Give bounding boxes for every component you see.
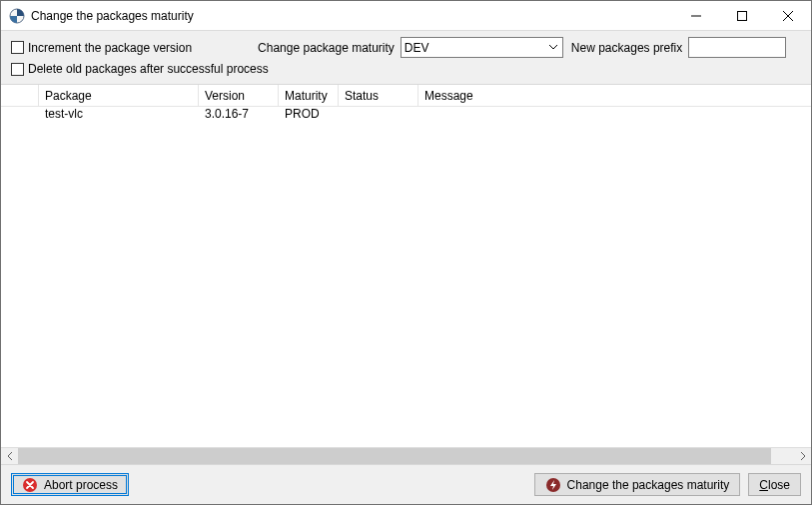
- window-title: Change the packages maturity: [31, 9, 194, 23]
- table-body: test-vlc 3.0.16-7 PROD: [1, 107, 811, 447]
- delete-old-checkbox-wrap[interactable]: Delete old packages after successful pro…: [11, 62, 269, 76]
- minimize-button[interactable]: [673, 1, 719, 31]
- delete-old-label: Delete old packages after successful pro…: [28, 62, 269, 76]
- lightning-icon: [545, 477, 561, 493]
- column-gutter[interactable]: [1, 85, 39, 106]
- abort-process-button[interactable]: Abort process: [11, 473, 129, 496]
- cell-maturity: PROD: [279, 107, 339, 124]
- scroll-right-button[interactable]: [794, 448, 811, 464]
- packages-table: Package Version Maturity Status Message …: [1, 85, 811, 464]
- new-prefix-label: New packages prefix: [571, 41, 682, 55]
- column-header-message[interactable]: Message: [418, 85, 811, 106]
- scroll-left-button[interactable]: [1, 448, 18, 464]
- cell-message: [418, 107, 811, 124]
- change-maturity-value: DEV: [405, 41, 429, 55]
- options-panel: Increment the package version Change pac…: [1, 31, 811, 85]
- column-header-version[interactable]: Version: [199, 85, 279, 106]
- change-maturity-combobox[interactable]: DEV: [401, 37, 563, 58]
- change-packages-maturity-label: Change the packages maturity: [567, 478, 730, 492]
- column-header-package[interactable]: Package: [39, 85, 199, 106]
- change-packages-maturity-button[interactable]: Change the packages maturity: [534, 473, 741, 496]
- column-header-maturity[interactable]: Maturity: [279, 85, 339, 106]
- maximize-button[interactable]: [719, 1, 765, 31]
- cell-version: 3.0.16-7: [199, 107, 279, 124]
- title-bar: Change the packages maturity: [1, 1, 811, 31]
- change-maturity-label: Change package maturity: [258, 41, 395, 55]
- table-headers: Package Version Maturity Status Message: [1, 85, 811, 107]
- abort-icon: [22, 477, 38, 493]
- horizontal-scrollbar[interactable]: [1, 447, 811, 464]
- column-header-status[interactable]: Status: [339, 85, 418, 106]
- close-window-button[interactable]: [765, 1, 811, 31]
- app-icon: [9, 8, 25, 24]
- delete-old-checkbox[interactable]: [11, 63, 24, 76]
- bottom-bar: Abort process Change the packages maturi…: [1, 464, 811, 504]
- increment-version-label: Increment the package version: [28, 41, 192, 55]
- new-prefix-input[interactable]: [688, 37, 786, 58]
- table-row[interactable]: test-vlc 3.0.16-7 PROD: [1, 107, 811, 124]
- abort-process-label: Abort process: [44, 478, 118, 492]
- cell-package: test-vlc: [39, 107, 199, 124]
- close-button[interactable]: Close: [748, 473, 801, 496]
- increment-version-checkbox[interactable]: [11, 41, 24, 54]
- chevron-down-icon: [544, 38, 562, 57]
- increment-version-checkbox-wrap[interactable]: Increment the package version: [11, 41, 192, 55]
- scroll-thumb[interactable]: [18, 448, 771, 464]
- cell-status: [339, 107, 418, 124]
- close-label: Close: [759, 478, 790, 492]
- scroll-track[interactable]: [18, 448, 794, 464]
- svg-rect-1: [738, 11, 747, 20]
